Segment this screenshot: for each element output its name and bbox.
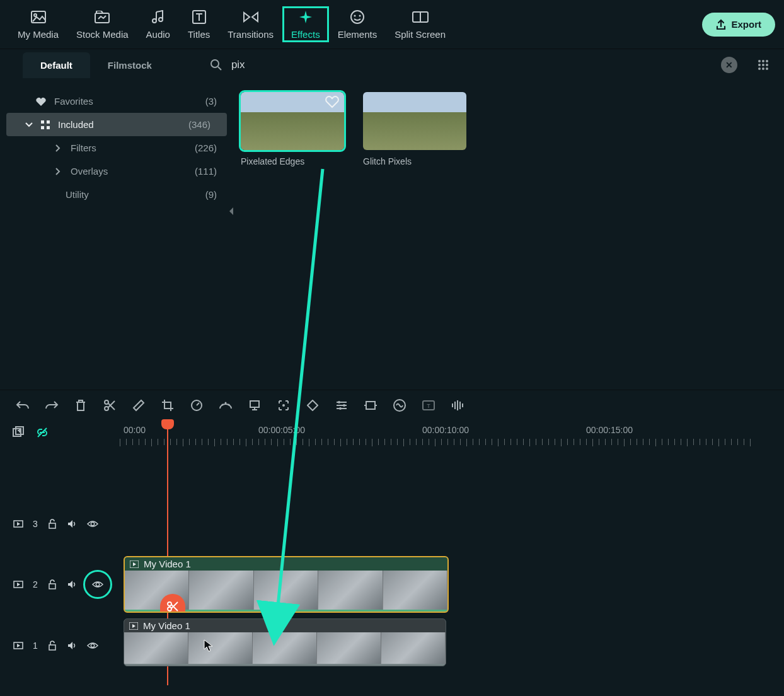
adjust-button[interactable] <box>334 398 349 413</box>
delete-button[interactable] <box>73 398 88 413</box>
clip-title: My Video 1 <box>143 620 190 631</box>
green-screen-button[interactable] <box>247 398 262 413</box>
svg-point-17 <box>762 64 764 66</box>
nav-label: Effects <box>291 29 320 40</box>
sidebar-item-favorites[interactable]: Favorites (3) <box>0 90 233 113</box>
svg-rect-60 <box>49 584 55 589</box>
svg-point-38 <box>343 404 345 407</box>
effects-grid: Pixelated Edges Glitch Pixels <box>241 92 776 166</box>
track-1: 1 My Video 1 <box>0 617 784 674</box>
undo-button[interactable] <box>15 398 30 413</box>
color-button[interactable] <box>218 398 233 413</box>
grid-icon <box>40 120 50 130</box>
tab-filmstock[interactable]: Filmstock <box>90 52 170 78</box>
svg-point-63 <box>168 602 171 606</box>
track-number: 1 <box>33 641 38 651</box>
svg-rect-32 <box>250 401 259 407</box>
track-number: 3 <box>33 519 38 529</box>
lock-icon[interactable] <box>47 579 58 590</box>
lock-icon[interactable] <box>47 518 58 530</box>
nav-transitions[interactable]: Transitions <box>219 6 282 42</box>
mute-icon[interactable] <box>67 579 78 590</box>
nav-label: Elements <box>338 29 378 40</box>
track-3: 3 <box>0 496 784 552</box>
timeline-clip[interactable]: My Video 1 <box>124 618 446 666</box>
visibility-icon <box>92 579 103 590</box>
visibility-icon[interactable] <box>87 640 98 651</box>
sidebar-item-overlays[interactable]: Overlays (111) <box>0 160 233 183</box>
speech-to-text-button[interactable]: T <box>421 398 436 413</box>
svg-point-61 <box>96 583 99 586</box>
effect-card-pixelated-edges[interactable]: Pixelated Edges <box>241 92 344 166</box>
mute-icon[interactable] <box>67 518 78 530</box>
link-button[interactable] <box>35 426 49 439</box>
visibility-highlight[interactable] <box>83 570 112 599</box>
sidebar-item-utility[interactable]: Utility (9) <box>0 183 233 206</box>
svg-rect-66 <box>49 645 55 650</box>
sidebar-item-label: Favorites <box>54 96 198 107</box>
svg-point-6 <box>351 11 364 23</box>
time-ruler[interactable]: 00:00 00:00:05:00 00:00:10:00 00:00:15:0… <box>120 424 784 446</box>
sidebar-item-count: (226) <box>195 142 217 153</box>
track-header: 3 <box>0 496 120 552</box>
timeline: 00:00 00:00:05:00 00:00:10:00 00:00:15:0… <box>0 420 784 696</box>
heart-outline-icon[interactable] <box>325 96 339 110</box>
mute-icon[interactable] <box>67 640 78 651</box>
transition-icon <box>243 9 259 25</box>
nav-audio[interactable]: Audio <box>137 6 179 42</box>
export-button[interactable]: Export <box>702 13 775 37</box>
sidebar-item-filters[interactable]: Filters (226) <box>0 136 233 160</box>
nav-stock-media[interactable]: Stock Media <box>67 6 137 42</box>
nav-split-screen[interactable]: Split Screen <box>386 6 454 42</box>
tab-default[interactable]: Default <box>23 52 90 78</box>
clear-search-button[interactable]: ✕ <box>721 57 737 73</box>
collapse-handle-icon[interactable] <box>228 207 236 217</box>
audio-enhance-button[interactable] <box>392 398 407 413</box>
sidebar-item-included[interactable]: Included (346) <box>6 113 227 136</box>
svg-point-64 <box>168 607 171 611</box>
lock-icon[interactable] <box>47 640 58 651</box>
svg-point-3 <box>153 19 156 23</box>
video-track-icon <box>13 640 24 651</box>
svg-rect-24 <box>41 126 44 129</box>
nav-effects[interactable]: Effects <box>282 6 329 42</box>
effect-card-glitch-pixels[interactable]: Glitch Pixels <box>363 92 466 166</box>
svg-point-8 <box>359 15 360 17</box>
nav-label: Stock Media <box>76 29 129 40</box>
clip-frames <box>124 632 446 664</box>
svg-point-18 <box>766 64 768 66</box>
split-button[interactable] <box>102 398 117 413</box>
svg-point-39 <box>339 407 342 410</box>
effect-label: Glitch Pixels <box>363 156 466 166</box>
svg-point-30 <box>225 402 227 404</box>
ruler-label: 00:00:15:00 <box>586 425 633 435</box>
nav-titles[interactable]: Titles <box>179 6 219 42</box>
sidebar-item-label: Overlays <box>71 166 187 177</box>
tag-button[interactable] <box>131 398 146 413</box>
mask-button[interactable] <box>363 398 378 413</box>
grid-view-button[interactable] <box>755 57 771 73</box>
motion-tracking-button[interactable] <box>276 398 291 413</box>
add-track-button[interactable] <box>11 426 25 439</box>
search-input[interactable] <box>229 55 715 75</box>
audio-wave-button[interactable] <box>450 398 465 413</box>
search-icon <box>210 59 222 71</box>
clip-label-bar: My Video 1 <box>124 619 446 632</box>
timeline-toolbar: T <box>0 390 784 420</box>
search-wrap: ✕ <box>210 55 784 75</box>
subnav: Default Filmstock ✕ <box>0 49 784 81</box>
crop-button[interactable] <box>160 398 175 413</box>
svg-rect-25 <box>47 126 50 129</box>
svg-line-12 <box>218 67 221 70</box>
nav-elements[interactable]: Elements <box>329 6 386 42</box>
svg-rect-22 <box>41 120 44 124</box>
visibility-icon[interactable] <box>87 518 98 530</box>
speed-button[interactable] <box>189 398 204 413</box>
timeline-left-tools <box>11 426 49 439</box>
svg-point-16 <box>758 64 761 66</box>
clip-title: My Video 1 <box>144 559 191 569</box>
redo-button[interactable] <box>44 398 59 413</box>
keyframe-button[interactable] <box>305 398 320 413</box>
timeline-clip[interactable]: My Video 1 <box>124 556 449 613</box>
nav-my-media[interactable]: My Media <box>9 6 67 42</box>
